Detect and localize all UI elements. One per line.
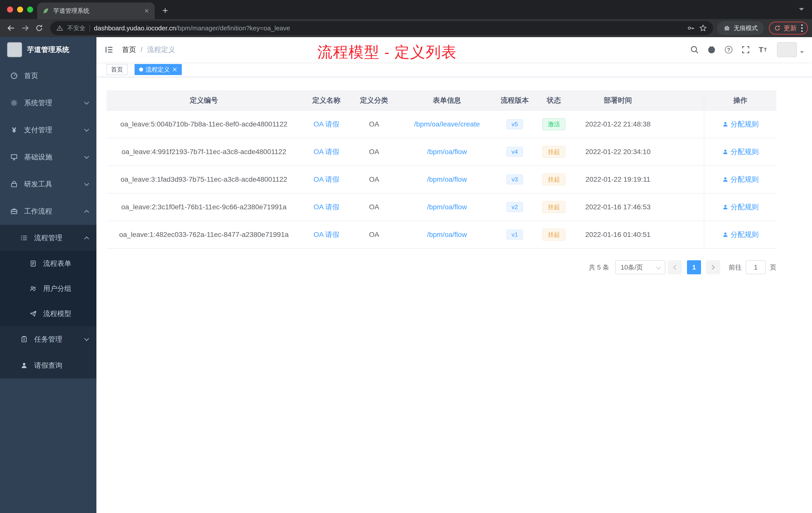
- form-link[interactable]: /bpm/oa/flow: [427, 203, 467, 211]
- assign-rule-link[interactable]: 分配规则: [722, 119, 759, 129]
- cell-category: OA: [351, 111, 397, 138]
- sidebar-item-system[interactable]: 系统管理: [0, 89, 96, 117]
- definition-name-link[interactable]: OA 请假: [314, 148, 340, 156]
- logo-image: [7, 42, 22, 57]
- tag-process-definition[interactable]: 流程定义: [135, 64, 182, 75]
- status-badge: 挂起: [542, 201, 566, 213]
- chevron-down-icon: [84, 336, 89, 341]
- assign-rule-link[interactable]: 分配规则: [722, 147, 759, 157]
- goto-page-input[interactable]: [746, 260, 766, 274]
- chevron-down-icon: [84, 181, 89, 186]
- sidebar-item-process-form[interactable]: 流程表单: [0, 251, 96, 276]
- chevron-left-icon: [673, 265, 678, 270]
- cell-id: oa_leave:5:004b710b-7b8a-11ec-8ef0-acde4…: [107, 111, 301, 138]
- cell-id: oa_leave:2:3c1f0ef1-76b1-11ec-9c66-a2380…: [107, 193, 301, 221]
- tab-close-icon[interactable]: [144, 8, 150, 14]
- browser-update-button[interactable]: 更新: [769, 22, 808, 35]
- col-action: 操作: [704, 90, 776, 111]
- col-category: 定义分类: [351, 90, 397, 111]
- form-link[interactable]: /bpm/oa/flow: [427, 148, 467, 156]
- version-badge: v1: [506, 230, 523, 240]
- url-text[interactable]: dashboard.yudao.iocoder.cn/bpm/manager/d…: [94, 24, 290, 32]
- font-size-icon[interactable]: [756, 42, 770, 57]
- avatar[interactable]: [777, 42, 797, 57]
- sidebar-item-payment[interactable]: 支付管理: [0, 117, 96, 144]
- definition-name-link[interactable]: OA 请假: [314, 203, 340, 211]
- col-form: 表单信息: [397, 90, 497, 111]
- definition-name-link[interactable]: OA 请假: [314, 231, 340, 238]
- back-icon[interactable]: [4, 21, 18, 35]
- form-link[interactable]: /bpm/oa/flow: [427, 175, 467, 183]
- col-version: 流程版本: [497, 90, 532, 111]
- assign-rule-link[interactable]: 分配规则: [722, 175, 759, 184]
- bookmark-star-icon[interactable]: [699, 24, 707, 32]
- search-icon[interactable]: [688, 42, 701, 57]
- security-label[interactable]: 不安全: [67, 24, 85, 32]
- password-key-icon[interactable]: [687, 24, 695, 32]
- new-tab-button[interactable]: [159, 4, 172, 17]
- chevron-down-icon: [84, 127, 89, 132]
- breadcrumb: 首页 / 流程定义: [122, 45, 175, 55]
- next-page-button[interactable]: [706, 260, 720, 274]
- sidebar-item-leave-query[interactable]: 请假查询: [0, 352, 96, 379]
- assign-rule-link[interactable]: 分配规则: [722, 202, 759, 212]
- version-badge: v2: [506, 202, 523, 212]
- col-id: 定义编号: [107, 90, 301, 111]
- assign-rule-link[interactable]: 分配规则: [722, 230, 759, 239]
- address-bar[interactable]: 不安全 dashboard.yudao.iocoder.cn/bpm/manag…: [50, 21, 713, 35]
- active-tag-dot: [139, 67, 143, 71]
- table-row: oa_leave:2:3c1f0ef1-76b1-11ec-9c66-a2380…: [107, 193, 776, 221]
- paper-plane-icon: [29, 310, 37, 318]
- form-link[interactable]: /bpm/oa/leave/create: [414, 120, 480, 128]
- sidebar-item-infrastructure[interactable]: 基础设施: [0, 144, 96, 171]
- window-controls: [7, 6, 33, 12]
- prev-page-button[interactable]: [668, 260, 682, 274]
- sidebar-item-task-management[interactable]: 任务管理: [0, 326, 96, 352]
- update-label: 更新: [784, 24, 797, 33]
- minimize-window-button[interactable]: [17, 6, 23, 12]
- reload-icon[interactable]: [32, 21, 46, 35]
- fullscreen-icon[interactable]: [739, 42, 753, 57]
- github-icon[interactable]: [704, 42, 719, 57]
- cell-time: 2022-01-16 01:40:51: [576, 221, 660, 248]
- tab-search-chevron-icon[interactable]: [799, 8, 804, 13]
- chevron-up-icon: [84, 236, 89, 241]
- version-badge: v4: [506, 147, 523, 157]
- tag-close-icon[interactable]: [172, 67, 177, 72]
- sidebar-item-home[interactable]: 首页: [0, 62, 96, 89]
- maximize-window-button[interactable]: [27, 6, 33, 12]
- avatar-caret-down-icon[interactable]: [800, 51, 804, 55]
- browser-menu-dots-icon[interactable]: [801, 24, 803, 33]
- help-icon[interactable]: [722, 42, 736, 57]
- col-time: 部署时间: [576, 90, 660, 111]
- cell-category: OA: [351, 138, 397, 165]
- sidebar-item-devtools[interactable]: 研发工具: [0, 171, 96, 198]
- yen-icon: [10, 126, 18, 134]
- forward-icon[interactable]: [18, 21, 32, 35]
- page-size-select[interactable]: 10条/页: [615, 260, 665, 274]
- definition-name-link[interactable]: OA 请假: [314, 120, 340, 128]
- clipboard-icon: [20, 335, 28, 343]
- page-number-current[interactable]: 1: [687, 260, 701, 274]
- definition-name-link[interactable]: OA 请假: [314, 175, 340, 183]
- browser-tab[interactable]: 芋道管理系统: [37, 2, 155, 19]
- sidebar-item-process-management[interactable]: 流程管理: [0, 225, 96, 251]
- form-link[interactable]: /bpm/oa/flow: [427, 231, 467, 238]
- page-unit-label: 页: [770, 263, 776, 272]
- page-content: 定义编号 定义名称 定义分类 表单信息 流程版本 状态 部署时间 操作 oa_l…: [96, 77, 812, 274]
- total-count: 共 5 条: [589, 263, 609, 272]
- gear-icon: [10, 99, 18, 107]
- collapse-sidebar-icon[interactable]: [105, 45, 114, 55]
- chevron-right-icon: [710, 265, 715, 270]
- close-window-button[interactable]: [7, 6, 13, 12]
- table-header-row: 定义编号 定义名称 定义分类 表单信息 流程版本 状态 部署时间 操作: [107, 90, 776, 111]
- url-path: /bpm/manager/definition?key=oa_leave: [176, 24, 290, 32]
- update-refresh-icon: [774, 25, 781, 31]
- sidebar-item-process-model[interactable]: 流程模型: [0, 301, 96, 326]
- breadcrumb-home[interactable]: 首页: [122, 45, 136, 55]
- sidebar-item-workflow[interactable]: 工作流程: [0, 198, 96, 225]
- chevron-down-icon: [84, 100, 89, 105]
- status-badge: 挂起: [542, 229, 566, 241]
- sidebar-item-user-group[interactable]: 用户分组: [0, 276, 96, 301]
- tag-home[interactable]: 首页: [107, 64, 127, 75]
